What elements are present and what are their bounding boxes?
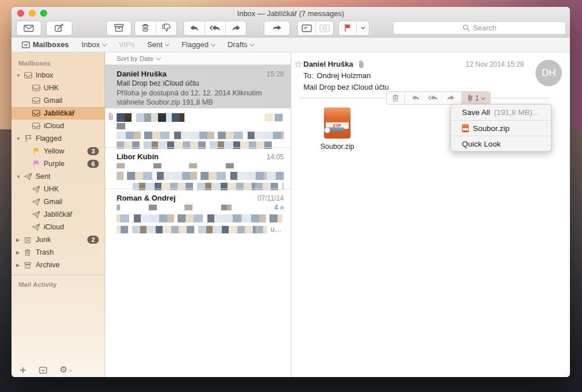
actions-menu-button[interactable]: ⚙⌄ <box>60 366 62 374</box>
chevron-down-icon <box>211 41 215 46</box>
disclosure-collapsed-icon[interactable]: ▶ <box>16 263 24 268</box>
attachment-tile[interactable]: ZIP Soubor.zip <box>309 107 366 151</box>
sidebar-item-junk[interactable]: ▶Junk2 <box>11 233 105 246</box>
chevron-down-icon <box>249 41 254 46</box>
sealed-envelope-button[interactable] <box>315 21 333 35</box>
redirect-icon <box>272 25 282 32</box>
sidebar-item-archive[interactable]: ▶Archive <box>11 259 105 271</box>
redirect-button[interactable] <box>264 21 290 36</box>
get-mail-button[interactable] <box>16 21 41 36</box>
sidebar-item-trash[interactable]: ▶Trash <box>11 246 105 259</box>
sidebar-item-inbox-uhk[interactable]: UHK <box>11 82 105 94</box>
sidebar-item-inbox-gmail[interactable]: Gmail <box>11 94 105 107</box>
flag-group <box>338 21 369 36</box>
archive-button[interactable] <box>106 21 132 36</box>
message-row-libor[interactable]: Libor Kubín14:05 <box>105 147 291 189</box>
attachment-dropdown-menu: Save All (191,8 MB)... Soubor.zip Quick … <box>450 104 552 152</box>
flag-button[interactable] <box>339 21 356 35</box>
compose-button[interactable] <box>46 21 72 36</box>
zipper-pull <box>325 127 345 132</box>
message-row-daniel[interactable]: Daniel Hruška15:28 Mail Drop bez iCloud … <box>105 65 291 108</box>
attachment-menu-button[interactable]: 1 <box>461 92 490 104</box>
menu-item-save-all[interactable]: Save All (191,8 MB)... <box>451 105 551 120</box>
unread-badge: 2 <box>87 236 99 244</box>
inbox-tray-icon <box>24 72 36 79</box>
sidebar-item-flag-purple[interactable]: Purple6 <box>11 157 105 170</box>
flag-menu-button[interactable] <box>356 21 369 35</box>
sidebar-item-sent[interactable]: ▼Sent <box>11 170 105 183</box>
quick-look-label: Quick Look <box>462 140 501 148</box>
hover-reply-group <box>404 92 461 104</box>
trash-button[interactable] <box>135 21 156 35</box>
censored-block <box>117 113 184 122</box>
sort-bar[interactable]: Sort by Date <box>105 52 291 65</box>
disclosure-collapsed-icon[interactable]: ▶ <box>16 237 24 243</box>
favorites-label: Mailboxes <box>33 40 69 49</box>
reply-group <box>183 21 246 36</box>
reply-all-icon[interactable] <box>428 95 438 101</box>
reply-icon <box>190 25 199 32</box>
mail-activity-header: Mail Activity <box>11 278 105 288</box>
reply-icon[interactable] <box>411 95 420 101</box>
delete-junk-group <box>134 21 177 36</box>
message-row-censored[interactable] <box>105 108 291 147</box>
disclosure-expanded-icon[interactable]: ▼ <box>16 136 24 141</box>
purple-flag-icon <box>32 160 44 168</box>
sidebar-item-label: Archive <box>36 261 60 269</box>
flag-icon <box>344 24 352 32</box>
attachment-paperclip-icon <box>467 94 473 102</box>
title-bar[interactable]: Inbox — Jablíčkář (7 messages) <box>11 7 570 19</box>
disclosure-collapsed-icon[interactable]: ▶ <box>16 250 24 255</box>
sidebar-item-label: Gmail <box>44 198 63 206</box>
chevron-down-icon <box>480 95 485 99</box>
junk-bin-icon <box>24 236 36 244</box>
thread-count: 4 » <box>274 203 284 212</box>
viewer-recipient: Ondrej Holzman <box>317 71 371 80</box>
menu-item-soubor-zip[interactable]: Soubor.zip <box>451 120 551 136</box>
favorites-flagged[interactable]: Flagged <box>182 40 215 49</box>
message-hover-toolbar: 1 <box>386 91 491 105</box>
junk-button[interactable] <box>156 21 176 35</box>
favorites-inbox[interactable]: Inbox <box>82 40 106 49</box>
save-all-size: (191,8 MB)... <box>494 108 539 117</box>
hover-trash-button[interactable] <box>387 92 404 104</box>
message-row-roman[interactable]: Roman & Ondrej07/11/14 4 » u… <box>105 189 291 230</box>
reply-button[interactable] <box>184 21 205 35</box>
star-icon[interactable] <box>295 61 302 68</box>
search-magnifier-icon <box>462 24 470 32</box>
favorites-vips[interactable]: VIPs <box>119 40 134 49</box>
sidebar-item-flagged[interactable]: ▼Flagged <box>11 132 105 145</box>
sidebar-item-label: UHK <box>44 84 59 92</box>
menu-item-quick-look[interactable]: Quick Look <box>451 136 551 151</box>
flag-menu-chevron-icon <box>361 26 365 29</box>
attachment-count: 1 <box>475 94 479 102</box>
forward-button[interactable] <box>225 21 246 35</box>
sidebar-item-sent-uhk[interactable]: UHK <box>11 183 105 195</box>
chevron-down-icon: ⌄ <box>68 367 72 372</box>
favorites-drafts[interactable]: Drafts <box>228 40 254 49</box>
toolbar: Search <box>11 19 570 37</box>
sidebar-item-sent-jablickar[interactable]: Jablíčkář <box>11 208 105 221</box>
sidebar-item-inbox-icloud[interactable]: iCloud <box>11 120 105 132</box>
disclosure-expanded-icon[interactable]: ▼ <box>16 73 24 78</box>
reply-all-button[interactable] <box>205 21 225 35</box>
paperclip-icon <box>358 60 364 68</box>
add-mailbox-button[interactable] <box>20 367 26 374</box>
message-list: Sort by Date Daniel Hruška15:28 Mail Dro… <box>105 52 291 377</box>
search-input[interactable]: Search <box>393 21 566 34</box>
note-card-button[interactable] <box>298 21 315 35</box>
sidebar-item-inbox[interactable]: ▼Inbox <box>11 69 105 82</box>
sidebar-item-sent-gmail[interactable]: Gmail <box>11 195 105 208</box>
sidebar-item-inbox-jablickar[interactable]: Jablíčkář <box>11 107 105 120</box>
disclosure-expanded-icon[interactable]: ▼ <box>16 174 24 179</box>
show-hide-button[interactable] <box>39 367 47 374</box>
window-title: Inbox — Jablíčkář (7 messages) <box>11 9 570 18</box>
archive-box-icon <box>24 262 36 269</box>
sidebar-item-flag-yellow[interactable]: Yellow3 <box>11 145 105 157</box>
sidebar-item-sent-icloud[interactable]: iCloud <box>11 221 105 233</box>
sidebar-toggle-icon <box>22 41 30 48</box>
forward-icon[interactable] <box>446 95 455 101</box>
favorites-sent[interactable]: Sent <box>147 40 169 49</box>
actions-gear-icon: ⚙ <box>60 364 67 375</box>
mailboxes-toggle[interactable]: Mailboxes <box>22 40 69 49</box>
